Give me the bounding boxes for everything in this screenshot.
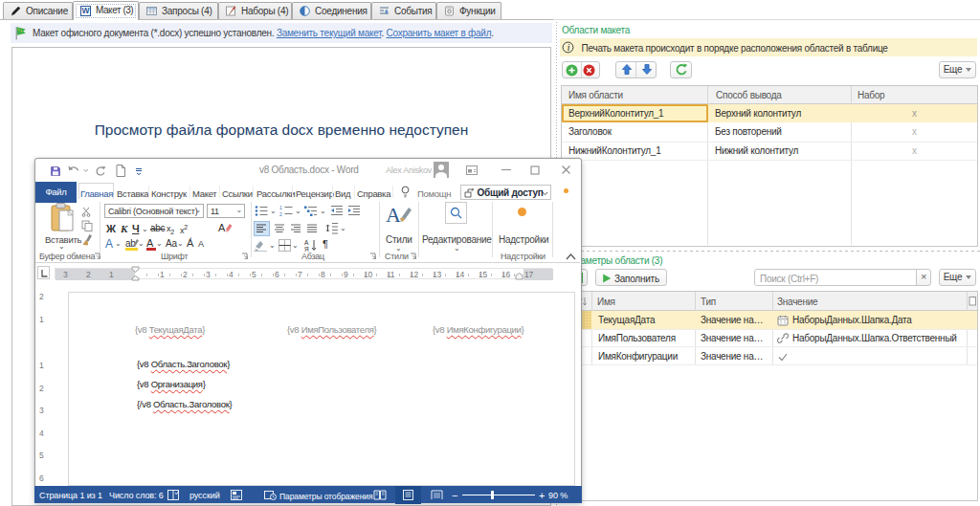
svg-text:⌄: ⌄	[138, 239, 144, 248]
svg-text:1: 1	[279, 205, 282, 210]
svg-text:А: А	[304, 239, 309, 246]
svg-text:А: А	[105, 237, 113, 251]
svg-text:⌄: ⌄	[115, 239, 121, 248]
svg-text:⌄: ⌄	[156, 239, 162, 248]
svg-text:А: А	[146, 237, 154, 249]
svg-text:i: i	[568, 43, 570, 53]
svg-text:2: 2	[279, 211, 282, 217]
svg-text:W: W	[81, 6, 90, 15]
svg-text:А: А	[386, 203, 401, 227]
svg-text:А: А	[218, 222, 226, 233]
